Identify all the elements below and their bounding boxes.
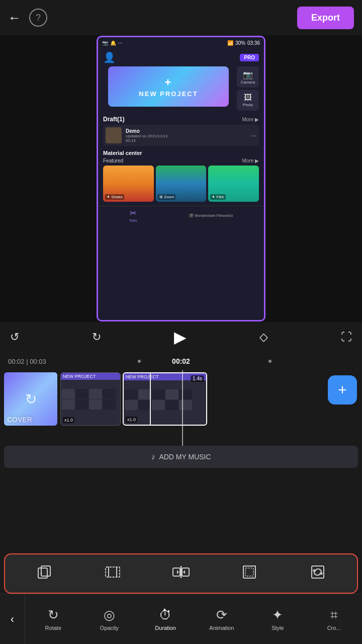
add-music-label: ADD MY MUSIC: [159, 453, 211, 461]
photo-label: Photo: [243, 103, 253, 107]
nav-item-duration[interactable]: ⏱ Duration: [150, 607, 180, 631]
phone-trim-icon: ✂: [130, 208, 136, 218]
featured-more-link[interactable]: More ▶: [242, 158, 259, 164]
profile-icon[interactable]: 👤: [103, 51, 116, 63]
rotate-nav-icon: ↻: [48, 607, 59, 623]
photo-icon: 🖼: [244, 93, 252, 102]
keyframe-icon[interactable]: ◇: [259, 331, 268, 344]
nav-item-style[interactable]: ✦ Style: [262, 607, 293, 631]
phone-watermark: 🎬 Wondershare FilmoraGo: [189, 214, 233, 218]
shake-label: ✦ Shake: [105, 194, 124, 200]
draft-header: Draft(1) More ▶: [103, 116, 259, 123]
clip-frame: [152, 389, 165, 399]
featured-label: Featured: [103, 158, 123, 164]
phone-bottom-bar: ✂ Trim 🎬 Wondershare FilmoraGo: [98, 206, 264, 225]
material-center-title: Material center: [103, 150, 259, 156]
battery-level: 30%: [235, 40, 245, 46]
film-label: ✦ Film: [210, 194, 225, 200]
phone-status-bar: 📷 🔔 ··· 📶 30% 03:36: [98, 37, 264, 48]
phone-trim-btn[interactable]: ✂ Trim: [129, 208, 137, 223]
clip-2-frames: [124, 388, 206, 411]
photo-btn[interactable]: 🖼 Photo: [237, 90, 259, 111]
watermark-logo: 🎬: [189, 214, 194, 218]
phone-side-buttons: 📷 Camera 🖼 Photo: [237, 66, 259, 111]
clip-frame: [89, 399, 102, 410]
rotate-nav-label: Rotate: [45, 625, 61, 631]
clip-item-2[interactable]: NEW PROJECT x1.0 1.4s: [123, 372, 207, 426]
draft-duration: 00:15: [126, 138, 168, 143]
featured-item-zoom[interactable]: ⊞ Zoom: [156, 166, 207, 202]
svg-rect-14: [312, 566, 324, 578]
split-clip-button[interactable]: [167, 560, 195, 587]
svg-marker-11: [183, 570, 185, 574]
music-note-icon: ♪: [151, 452, 155, 461]
nav-item-crop[interactable]: ⌗ Cro...: [319, 607, 349, 631]
clip-frame: [165, 400, 178, 410]
animation-nav-label: Animation: [209, 625, 234, 631]
draft-options-icon[interactable]: ···: [250, 131, 256, 139]
duration-nav-icon: ⏱: [159, 607, 172, 623]
clip-item-1[interactable]: NEW PROJECT x1.0: [60, 372, 121, 426]
clip-frame: [179, 400, 192, 410]
notification-icon: 🔔: [110, 40, 116, 46]
copy-icon: +: [36, 564, 52, 584]
draft-title: Draft(1): [103, 116, 125, 123]
top-left-controls: ← ?: [8, 9, 47, 27]
timeline-controls: ↺ ↻ ▶ ◇ ⛶: [0, 322, 362, 352]
animation-nav-icon: ⟳: [216, 607, 227, 623]
status-left-icons: 📷 🔔 ···: [102, 40, 122, 46]
nav-back-button[interactable]: ‹: [0, 594, 25, 644]
redo-button[interactable]: ↻: [92, 331, 101, 344]
draft-more-link[interactable]: More ▶: [242, 117, 259, 122]
opacity-nav-icon: ◎: [104, 607, 115, 623]
help-button[interactable]: ?: [29, 9, 47, 27]
preview-area: 📷 🔔 ··· 📶 30% 03:36 👤 PRO +: [0, 35, 362, 322]
back-button[interactable]: ←: [8, 10, 21, 26]
play-button[interactable]: ▶: [174, 328, 187, 347]
cover-thumbnail[interactable]: ↻ COVER: [4, 372, 57, 426]
fullscreen-button[interactable]: ⛶: [341, 331, 352, 344]
phone-mockup: 📷 🔔 ··· 📶 30% 03:36 👤 PRO +: [97, 36, 265, 321]
featured-item-film[interactable]: ✦ Film: [208, 166, 259, 202]
draft-section: Draft(1) More ▶ Demo Updated on 2021/11/…: [98, 114, 264, 148]
new-project-plus-icon: +: [165, 76, 172, 89]
replace-icon: [310, 564, 326, 584]
nav-item-animation[interactable]: ⟳ Animation: [207, 607, 237, 631]
new-project-card[interactable]: + NEW PROJECT: [108, 66, 229, 107]
add-music-bar[interactable]: ♪ ADD MY MUSIC: [4, 446, 358, 468]
trim-clip-button[interactable]: [99, 560, 126, 587]
svg-rect-4: [106, 567, 120, 577]
duration-nav-label: Duration: [155, 625, 176, 631]
camera-icon: 📷: [243, 70, 253, 79]
watermark-text: Wondershare FilmoraGo: [195, 214, 233, 217]
nav-item-rotate[interactable]: ↻ Rotate: [38, 607, 68, 631]
clip-frame: [152, 400, 165, 410]
pro-badge[interactable]: PRO: [240, 54, 259, 61]
opacity-nav-label: Opacity: [100, 625, 119, 631]
clip-frame: [75, 399, 88, 410]
clip-frame: [62, 399, 75, 410]
clip-frame: [89, 389, 102, 399]
new-project-label: NEW PROJECT: [139, 90, 198, 98]
clip-frame: [75, 389, 88, 399]
nav-item-opacity[interactable]: ◎ Opacity: [94, 607, 124, 631]
trim-icon: [105, 564, 121, 584]
clip-1-header: NEW PROJECT: [61, 373, 120, 380]
camera-btn[interactable]: 📷 Camera: [237, 66, 259, 88]
timeline-area[interactable]: ↻ COVER NEW PROJECT x1.0 NEW PROJECT: [0, 370, 362, 446]
undo-button[interactable]: ↺: [10, 331, 19, 344]
draft-item[interactable]: Demo Updated on 2021/11/11 00:15 ···: [103, 125, 259, 146]
crop-clip-button[interactable]: [236, 560, 263, 587]
replace-clip-button[interactable]: [304, 560, 331, 587]
clip-frame: [103, 389, 116, 399]
add-clip-button[interactable]: +: [328, 375, 357, 405]
top-bar: ← ? Export: [0, 0, 362, 35]
featured-item-shake[interactable]: ✦ Shake: [103, 166, 154, 202]
clip-1-frames: [61, 388, 120, 411]
featured-header: Featured More ▶: [103, 158, 259, 164]
copy-clip-button[interactable]: +: [31, 560, 58, 587]
svg-marker-10: [177, 570, 179, 574]
export-button[interactable]: Export: [297, 7, 354, 29]
main-content-row: + NEW PROJECT 📷 Camera 🖼 Photo: [98, 66, 264, 114]
clip-frame: [125, 389, 138, 399]
